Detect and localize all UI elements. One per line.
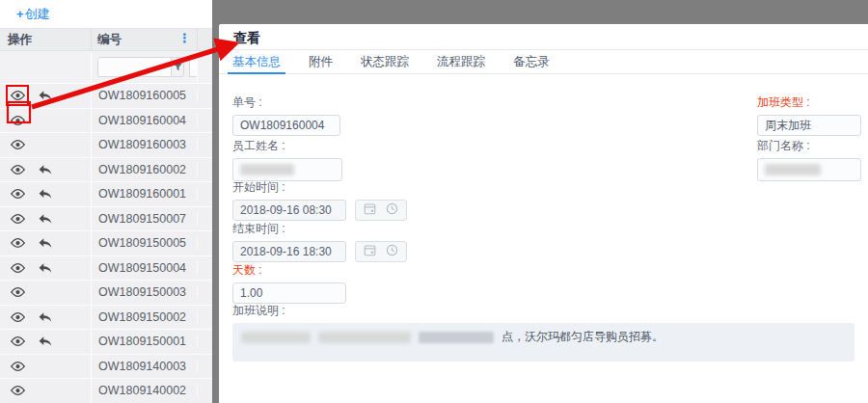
records-table: 操作 编号 ⋮ OW1809160005	[0, 28, 214, 403]
redacted-text	[419, 332, 494, 343]
undo-reply-icon[interactable]	[37, 334, 54, 349]
overtime-type-label: 加班类型 :	[757, 94, 861, 111]
view-eye-icon[interactable]	[9, 235, 26, 251]
plus-icon: +	[16, 7, 24, 21]
create-button-label: 创建	[25, 7, 50, 21]
row-number: OW1809150002	[98, 310, 186, 324]
view-eye-icon[interactable]	[9, 334, 26, 349]
row-number: OW1809160001	[98, 187, 186, 201]
calendar-icon[interactable]	[364, 243, 376, 260]
table-filter-row	[0, 51, 214, 84]
undo-reply-icon[interactable]	[37, 211, 54, 227]
view-drawer: 查看 基本信息 附件 状态跟踪 流程跟踪 备忘录 单号 : OW18091600…	[219, 24, 868, 403]
table-row: OW1809160002	[0, 158, 214, 183]
undo-reply-icon[interactable]	[37, 186, 54, 202]
table-body: OW1809160005 OW1809160004 OW1809160003	[0, 84, 214, 403]
table-row: OW1809150001	[0, 330, 214, 355]
basic-info-form: 单号 : OW1809160004 员工姓名 : 开始时间 : 2018-09-…	[219, 24, 868, 403]
filter-funnel-icon[interactable]	[172, 57, 184, 77]
start-time-input[interactable]: 2018-09-16 08:30	[232, 200, 346, 221]
undo-reply-icon[interactable]	[37, 309, 54, 325]
note-visible-text: 点，沃尔玛都匀店导购员招募。	[502, 329, 664, 345]
view-eye-icon[interactable]	[9, 284, 26, 300]
row-number: OW1809150004	[98, 261, 186, 275]
note-textarea[interactable]: 点，沃尔玛都匀店导购员招募。	[232, 323, 854, 362]
undo-reply-icon[interactable]	[37, 260, 54, 276]
create-button[interactable]: +创建	[16, 6, 50, 23]
undo-reply-icon[interactable]	[37, 235, 54, 251]
column-menu-icon[interactable]: ⋮	[178, 31, 191, 45]
view-eye-icon[interactable]	[9, 88, 26, 103]
days-label: 天数 :	[232, 262, 346, 279]
view-eye-icon[interactable]	[9, 113, 26, 128]
number-filter-input[interactable]	[97, 57, 172, 77]
header-number: 编号 ⋮	[92, 29, 198, 50]
row-number: OW1809150003	[98, 285, 186, 299]
employee-name-input[interactable]	[232, 158, 342, 181]
undo-reply-icon[interactable]	[37, 162, 54, 177]
next-column-filter-stub	[189, 57, 197, 77]
end-time-input[interactable]: 2018-09-16 18:30	[232, 241, 346, 262]
order-no-input[interactable]: OW1809160004	[232, 115, 340, 136]
header-actions: 操作	[0, 29, 92, 50]
department-input[interactable]	[757, 158, 861, 181]
table-row: OW1809160005	[0, 84, 214, 109]
row-number: OW1809160004	[98, 114, 186, 127]
order-no-label: 单号 :	[232, 94, 340, 111]
days-input[interactable]: 1.00	[232, 282, 346, 304]
clock-icon[interactable]	[386, 202, 398, 219]
row-number: OW1809140003	[98, 360, 186, 373]
row-number: OW1809160003	[98, 138, 186, 151]
table-row: OW1809140003	[0, 355, 214, 380]
table-row: OW1809150004	[0, 256, 214, 282]
department-label: 部门名称 :	[757, 138, 861, 154]
row-number: OW1809140002	[98, 384, 186, 397]
view-eye-icon[interactable]	[9, 162, 26, 177]
table-row: OW1809150002	[0, 306, 214, 331]
row-number: OW1809150001	[98, 335, 186, 348]
table-row: OW1809160003	[0, 133, 214, 158]
table-row: OW1809150005	[0, 231, 214, 256]
calendar-icon[interactable]	[364, 202, 376, 219]
view-eye-icon[interactable]	[9, 383, 26, 398]
employee-name-label: 员工姓名 :	[232, 138, 342, 154]
redacted-text	[318, 332, 411, 343]
view-eye-icon[interactable]	[9, 309, 26, 325]
note-label: 加班说明 :	[232, 303, 854, 319]
view-eye-icon[interactable]	[9, 137, 26, 152]
start-time-label: 开始时间 :	[232, 179, 407, 196]
row-number: OW1809160002	[98, 163, 186, 176]
view-eye-icon[interactable]	[9, 260, 26, 276]
end-time-label: 结束时间 :	[232, 221, 407, 237]
table-row: OW1809150003	[0, 281, 214, 306]
clock-icon[interactable]	[386, 243, 398, 260]
redacted-value	[765, 164, 821, 175]
table-row: OW1809160004	[0, 109, 214, 134]
view-eye-icon[interactable]	[9, 211, 26, 227]
overtime-type-input[interactable]: 周末加班	[757, 115, 861, 136]
redacted-text	[241, 332, 311, 343]
row-number: OW1809150007	[98, 212, 186, 226]
undo-reply-icon[interactable]	[37, 88, 54, 103]
table-header-row: 操作 编号 ⋮	[0, 28, 214, 51]
row-number: OW1809160005	[98, 89, 186, 102]
row-number: OW1809150005	[98, 236, 186, 250]
table-row: OW1809160001	[0, 182, 214, 207]
redacted-value	[240, 164, 294, 175]
table-row: OW1809150007	[0, 207, 214, 232]
view-eye-icon[interactable]	[9, 186, 26, 202]
table-row: OW1809140002	[0, 379, 214, 403]
view-eye-icon[interactable]	[9, 359, 26, 374]
